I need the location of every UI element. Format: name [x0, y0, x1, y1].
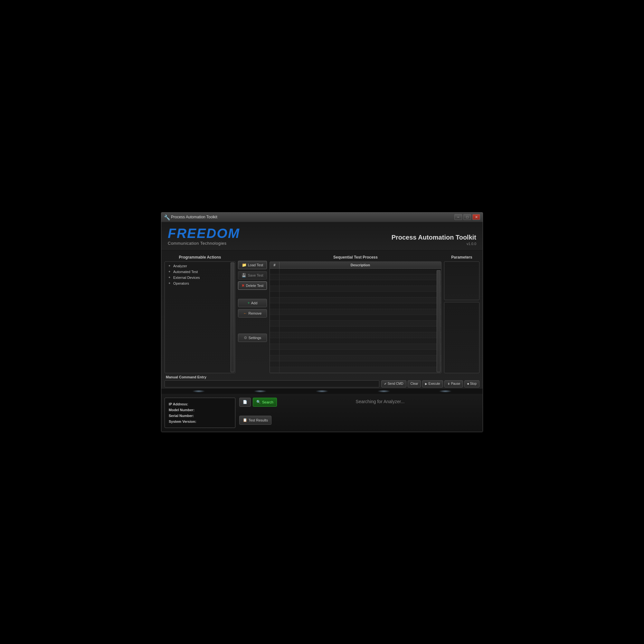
test-results-button[interactable]: 📋 Test Results	[239, 416, 271, 425]
light-5	[439, 390, 452, 393]
model-row: Model Number:	[169, 407, 231, 413]
settings-icon: ⚙	[244, 336, 247, 340]
seq-row-num	[270, 344, 279, 349]
actions-scrollbar[interactable]	[231, 262, 234, 372]
pause-icon: ⏸	[447, 382, 450, 385]
seq-row-num	[270, 355, 279, 361]
bottom-btn-row: 📄 🔍 Search	[239, 398, 277, 407]
logo-freedom: FREEDOM	[168, 227, 240, 240]
seq-row-desc	[279, 303, 441, 309]
delete-test-button[interactable]: ✖ Delete Test	[238, 281, 267, 290]
logo-subtitle: Communication Technologies	[168, 241, 240, 246]
light-2	[254, 390, 267, 393]
ip-label: IP Address:	[169, 402, 188, 406]
panel-list-box: ✦ Analyzer ✦ Automated Test ✦ External D…	[165, 261, 235, 373]
seq-row[interactable]	[270, 338, 441, 344]
delete-icon: ✖	[241, 283, 245, 288]
seq-row[interactable]	[270, 269, 441, 274]
seq-row-desc	[279, 286, 441, 291]
seq-row-desc	[279, 327, 441, 332]
seq-row[interactable]	[270, 303, 441, 309]
seq-table-header: # Description	[270, 262, 441, 269]
seq-row[interactable]	[270, 344, 441, 350]
light-4	[377, 390, 390, 393]
seq-row-num	[270, 286, 279, 291]
add-icon: +	[248, 301, 250, 305]
list-icon-analyzer: ✦	[167, 264, 171, 268]
seq-row-num	[270, 350, 279, 355]
seq-row[interactable]	[270, 280, 441, 286]
seq-row-num	[270, 327, 279, 332]
seq-row-desc	[279, 280, 441, 286]
seq-row[interactable]	[270, 361, 441, 367]
seq-row-desc	[279, 321, 441, 326]
add-button[interactable]: + Add	[238, 299, 267, 307]
pause-button[interactable]: ⏸ Pause	[444, 380, 463, 387]
panel-parameters: Parameters	[444, 254, 479, 373]
list-item-operators[interactable]: ✦ Operators	[166, 280, 234, 286]
load-test-button[interactable]: 📁 Load Test	[238, 261, 267, 269]
panel-middle: 📁 Load Test 💾 Save Test ✖ Delete Test +	[238, 254, 441, 373]
remove-icon: ←	[243, 311, 247, 316]
seq-row[interactable]	[270, 315, 441, 321]
seq-col-num-header: #	[270, 262, 279, 268]
command-label: Manual Command Entry	[165, 375, 479, 379]
list-item-analyzer[interactable]: ✦ Analyzer	[166, 263, 234, 269]
header-version: v1.0.0	[392, 242, 476, 246]
settings-button[interactable]: ⚙ Settings	[238, 334, 267, 342]
seq-rows	[270, 269, 441, 373]
status-text: Searching for Analyzer...	[356, 399, 405, 404]
list-icon-automated-test: ✦	[167, 270, 171, 274]
seq-row[interactable]	[270, 309, 441, 315]
send-cmd-button[interactable]: ✔ Send CMD	[381, 380, 406, 387]
command-input[interactable]	[165, 380, 379, 387]
remove-button[interactable]: ← Remove	[238, 309, 267, 317]
seq-row-num	[270, 361, 279, 367]
seq-scrollbar[interactable]	[437, 270, 440, 372]
seq-row-desc	[279, 298, 441, 303]
stop-button[interactable]: ■ Stop	[464, 380, 479, 387]
maximize-button[interactable]: □	[463, 214, 471, 220]
list-item-external-devices[interactable]: ✦ External Devices	[166, 275, 234, 280]
minimize-button[interactable]: −	[454, 214, 462, 220]
btn-spacer-3	[238, 327, 267, 332]
stop-icon: ■	[467, 382, 469, 385]
seq-row[interactable]	[270, 321, 441, 327]
seq-row-num	[270, 321, 279, 326]
seq-row[interactable]	[270, 274, 441, 280]
bottom-section: IP Address: Model Number: Serial Number:…	[161, 394, 483, 432]
execute-button[interactable]: ▶ Execute	[422, 380, 443, 387]
seq-row-num	[270, 338, 279, 344]
seq-row[interactable]	[270, 367, 441, 373]
clear-button[interactable]: Clear	[408, 380, 421, 387]
seq-row[interactable]	[270, 332, 441, 338]
seq-row-num	[270, 269, 279, 274]
list-label-automated-test: Automated Test	[173, 270, 198, 274]
list-item-automated-test[interactable]: ✦ Automated Test	[166, 269, 234, 275]
titlebar-controls: − □ ✕	[454, 214, 480, 220]
seq-row-desc	[279, 344, 441, 349]
params-box-top	[444, 261, 479, 300]
file-button[interactable]: 📄	[239, 398, 251, 407]
seq-row[interactable]	[270, 350, 441, 355]
seq-row[interactable]	[270, 292, 441, 298]
search-button[interactable]: 🔍 Search	[253, 398, 277, 407]
seq-row[interactable]	[270, 298, 441, 303]
seq-row[interactable]	[270, 355, 441, 361]
panels-row: Programmable Actions ✦ Analyzer ✦ Automa…	[161, 251, 483, 373]
list-label-operators: Operators	[173, 281, 189, 285]
close-button[interactable]: ✕	[472, 214, 480, 220]
save-test-button[interactable]: 💾 Save Test	[238, 271, 267, 279]
seq-row[interactable]	[270, 286, 441, 292]
command-row: ✔ Send CMD Clear ▶ Execute ⏸ Pause	[165, 380, 479, 387]
seq-row-desc	[279, 355, 441, 361]
file-icon: 📄	[243, 400, 247, 404]
main-window: 🔧 Process Automation Toolkit − □ ✕ FREED…	[161, 212, 483, 432]
action-btns: ✔ Send CMD Clear ▶ Execute ⏸ Pause	[381, 380, 479, 387]
seq-row[interactable]	[270, 327, 441, 332]
btn-column: 📁 Load Test 💾 Save Test ✖ Delete Test +	[238, 254, 267, 373]
btn-spacer	[238, 292, 267, 297]
ip-address-row: IP Address:	[169, 401, 231, 407]
serial-row: Serial Number:	[169, 413, 231, 419]
play-icon: ▶	[425, 382, 427, 385]
